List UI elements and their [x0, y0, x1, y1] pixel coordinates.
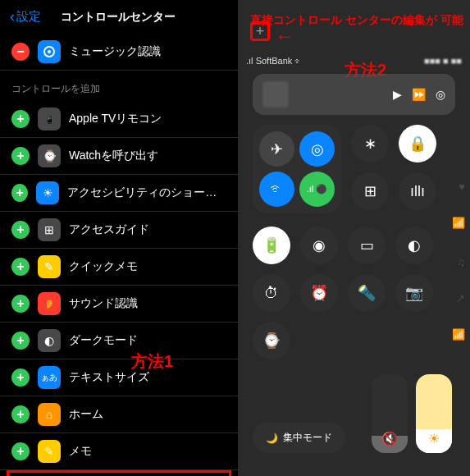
airplay-icon[interactable]: ◎	[436, 88, 445, 101]
signal-side-icon-2: 📶	[452, 328, 465, 341]
add-row[interactable]: + ⌂ ホーム	[0, 396, 238, 433]
app-label: クイックメモ	[69, 259, 138, 274]
add-button[interactable]: +	[11, 258, 30, 276]
add-row[interactable]: + ◐ ダークモード	[0, 323, 238, 359]
share-icon: ↗	[456, 292, 465, 304]
add-row[interactable]: + ◉ 画面収録	[7, 470, 231, 476]
remove-button[interactable]: −	[11, 43, 30, 61]
music-widget[interactable]: ▶ ⏩ ◎	[253, 74, 455, 115]
add-row[interactable]: + 📱 Apple TVリモコン	[0, 101, 238, 138]
cellular-icon[interactable]: .ıl ⚫	[299, 172, 335, 207]
section-header-add: コントロールを追加	[0, 71, 238, 101]
camera-icon[interactable]: 📷	[395, 274, 433, 312]
app-label: アクセスガイド	[69, 222, 149, 237]
app-label: ホーム	[69, 407, 103, 422]
back-label: 設定	[16, 9, 41, 25]
timer-icon[interactable]: ⏱	[253, 274, 290, 312]
add-button[interactable]: +	[11, 442, 30, 460]
app-icon: ☀	[36, 181, 59, 204]
add-button[interactable]: +	[11, 110, 30, 128]
add-row[interactable]: + 👂 サウンド認識	[0, 286, 238, 323]
focus-button[interactable]: 🌙 集中モード	[253, 423, 345, 453]
album-art	[262, 81, 289, 108]
app-icon: ⌚	[38, 144, 61, 167]
app-label: アクセシビリティのショートカ…	[67, 185, 226, 200]
add-button[interactable]: +	[11, 405, 30, 423]
focus-label: 集中モード	[283, 431, 332, 445]
page-title: コントロールセンター	[41, 10, 195, 25]
app-icon: ぁあ	[38, 366, 61, 389]
volume-mute-icon: 🔇	[381, 431, 398, 446]
sound-recognition-icon[interactable]: ıllı	[399, 172, 436, 210]
add-row[interactable]: + ☀ アクセシビリティのショートカ…	[0, 175, 238, 212]
heart-icon: ♥	[459, 181, 465, 193]
arrow-left-icon: ←	[275, 25, 294, 48]
app-label: Watchを呼び出す	[69, 149, 158, 163]
app-icon: ⊞	[38, 218, 61, 241]
add-row[interactable]: + ⊞ アクセスガイド	[0, 212, 238, 249]
airplane-icon[interactable]: ✈	[259, 131, 294, 167]
watch-ping-icon[interactable]: ⌚	[253, 322, 290, 359]
app-icon: ✎	[38, 255, 61, 278]
app-label: Apple TVリモコン	[69, 112, 162, 126]
add-button[interactable]: +	[11, 147, 30, 165]
flashlight-icon[interactable]: 🔦	[348, 274, 386, 312]
app-label: ダークモード	[69, 333, 138, 348]
add-row[interactable]: + ⌚ Watchを呼び出す	[0, 138, 238, 175]
add-button[interactable]: +	[11, 184, 28, 202]
wifi-icon[interactable]: ᯤ	[259, 172, 294, 207]
app-label: サウンド認識	[69, 296, 138, 311]
moon-icon: 🌙	[266, 433, 278, 444]
brightness-slider[interactable]: ☀	[416, 374, 452, 453]
add-row[interactable]: + ✎ クイックメモ	[0, 249, 238, 286]
volume-slider[interactable]: 🔇	[372, 374, 408, 453]
add-button[interactable]: +	[11, 368, 30, 387]
bluetooth-icon[interactable]: ∗	[351, 125, 389, 162]
screen-record-icon[interactable]: ◉	[300, 227, 338, 264]
low-power-icon[interactable]: 🔋	[253, 227, 290, 264]
included-row[interactable]: − ミュージック認識	[0, 34, 238, 71]
svg-point-1	[48, 50, 51, 53]
music-note-icon: ♫	[457, 256, 465, 268]
app-label: ミュージック認識	[69, 44, 161, 59]
add-row[interactable]: + ぁあ テキストサイズ	[0, 359, 238, 396]
forward-icon[interactable]: ⏩	[412, 88, 426, 101]
chevron-left-icon: ‹	[10, 8, 15, 25]
alarm-icon[interactable]: ⏰	[300, 274, 338, 312]
add-row[interactable]: + ✎ メモ	[0, 433, 238, 470]
play-icon[interactable]: ▶	[393, 88, 402, 101]
add-button[interactable]: +	[11, 332, 30, 350]
back-button[interactable]: ‹設定	[10, 8, 41, 25]
app-icon: ✎	[38, 440, 61, 463]
add-button[interactable]: +	[11, 295, 30, 313]
connectivity-group[interactable]: ✈ ◎ ᯤ .ıl ⚫	[253, 125, 341, 213]
app-icon	[38, 40, 61, 63]
annotation-method1: 方法1	[131, 350, 173, 373]
status-bar: .ıl SoftBank ᯤ ■■■ ■ ■■	[246, 56, 462, 66]
app-icon: 📱	[38, 108, 61, 130]
annotation-direct: 直接コントロール センターの編集が 可能	[250, 13, 463, 27]
app-icon: 👂	[38, 292, 61, 315]
brightness-icon: ☀	[428, 431, 440, 446]
app-icon: ◐	[38, 329, 61, 352]
airdrop-icon[interactable]: ◎	[299, 131, 335, 167]
add-button[interactable]: +	[11, 221, 30, 239]
screen-mirror-icon[interactable]: ▭	[348, 227, 386, 264]
dark-mode-icon[interactable]: ◐	[395, 227, 433, 264]
signal-side-icon: 📶	[452, 217, 465, 229]
app-label: メモ	[69, 444, 92, 459]
app-icon: ⌂	[38, 403, 61, 426]
calculator-icon[interactable]: ⊞	[351, 172, 389, 210]
rotation-lock-icon[interactable]: 🔒	[399, 125, 436, 162]
